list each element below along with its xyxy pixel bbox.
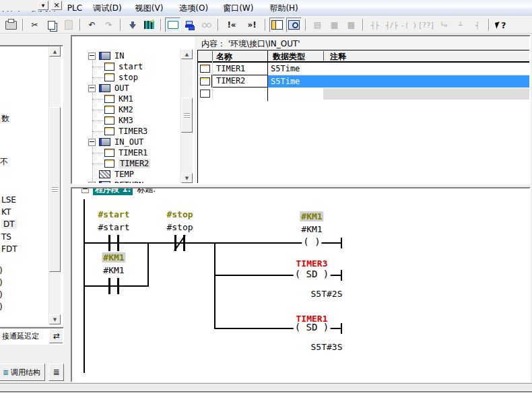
insert-block-button[interactable]: ▦ (327, 18, 342, 32)
menu-debug[interactable]: 调试(D) (88, 1, 127, 16)
overview-list-button[interactable]: ≣ (48, 363, 64, 381)
tree-node-return[interactable]: RETURN (88, 180, 143, 184)
call-structure-button[interactable]: ≣ 调用结构 (0, 363, 45, 381)
goto-next-error-button[interactable]: »! (242, 18, 261, 32)
coil-timer1-sd[interactable]: ( SD ) (294, 322, 331, 333)
catalog-item-fragment[interactable]: 不 (0, 156, 8, 168)
connections-button[interactable] (182, 18, 197, 32)
coil-timer3-sd[interactable]: ( SD ) (294, 269, 331, 279)
column-header-datatype[interactable]: 数据类型 (273, 51, 305, 63)
collapse-icon[interactable] (88, 85, 96, 92)
cut-button[interactable]: ✂ (27, 18, 42, 32)
tree-leaf-start[interactable]: start (104, 61, 143, 72)
insert-coil-button[interactable]: -( ) (401, 18, 417, 32)
contact-start-no[interactable] (117, 235, 119, 251)
paste-button[interactable] (61, 18, 76, 32)
new-network-button[interactable]: ▤ (310, 18, 325, 32)
menu-window[interactable]: 窗口(W) (218, 1, 259, 16)
insert-empty-box-button[interactable]: [??] (418, 18, 434, 32)
insert-connector-button[interactable]: ┤ (469, 18, 485, 32)
declaration-pane: IN start stop OUT KM1 (71, 35, 531, 184)
tree-leaf-timer1[interactable]: TIMER1 (104, 147, 147, 158)
column-header-name[interactable]: 名称 (216, 51, 232, 63)
insert-template-button[interactable]: ▩ (343, 18, 359, 32)
open-branch-button[interactable]: └» (436, 18, 451, 32)
close-branch-button[interactable]: ┴ (453, 18, 468, 32)
monitor-status-button[interactable] (141, 18, 157, 32)
insert-contact-no-button[interactable]: ┤├ (367, 18, 383, 32)
catalog-item-s-pext[interactable]: KT (1, 207, 11, 217)
catalog-dropdown-button[interactable]: ▾ (38, 1, 48, 10)
catalog-scrollbar[interactable]: ▲ ▼ (48, 46, 61, 324)
contact-km1-no[interactable] (117, 278, 119, 294)
scrollbar-thumb[interactable] (181, 98, 193, 133)
tree-node-in-out[interactable]: IN_OUT (88, 137, 143, 147)
comment-toggle-button[interactable] (165, 18, 180, 32)
catalog-item-s-pulse[interactable]: LSE (1, 195, 16, 205)
download-button[interactable] (125, 18, 140, 32)
description-toggle-button[interactable]: ⇄ (49, 328, 64, 343)
tree-leaf-km1[interactable]: KM1 (104, 94, 133, 104)
scroll-down-arrow[interactable]: ▼ (49, 314, 61, 324)
tree-node-out[interactable]: OUT (88, 83, 129, 94)
cell-name[interactable]: TIMER1 (216, 64, 245, 73)
tree-leaf-km3[interactable]: KM3 (104, 115, 133, 126)
menu-help[interactable]: 帮助(H) (264, 1, 303, 16)
coil-km1[interactable]: ( ) (302, 236, 321, 247)
tree-leaf-km2[interactable]: KM2 (104, 104, 133, 115)
catalog-item-coil-fragment[interactable]: ) (0, 290, 3, 300)
cell-datatype[interactable]: S5Time (271, 77, 300, 86)
undo-button[interactable]: ↶ (84, 18, 100, 32)
scrollbar-thumb[interactable] (49, 107, 61, 272)
context-help-button[interactable]: ? (493, 18, 508, 32)
download-icon (129, 24, 136, 29)
contact-start-no[interactable] (108, 235, 110, 251)
tree-node-in[interactable]: IN (88, 50, 124, 61)
tree-line (92, 164, 103, 164)
row-icon (200, 90, 210, 98)
table-row-timer2-selected[interactable]: TIMER2 S5Time (198, 75, 530, 88)
catalog-item-coil-fragment[interactable]: ) (0, 278, 3, 287)
list-icon: ≣ (53, 368, 59, 377)
collapse-icon[interactable] (88, 53, 96, 60)
cell-name[interactable]: TIMER2 (216, 76, 245, 85)
table-row-timer1[interactable]: TIMER1 S5Time (198, 63, 530, 75)
contact-km1-no[interactable] (108, 278, 110, 294)
name-edit-cell[interactable]: TIMER2 (211, 75, 268, 88)
menu-view[interactable]: 视图(V) (130, 1, 169, 16)
tree-leaf-timer3[interactable]: TIMER3 (104, 126, 147, 137)
scroll-up-arrow[interactable]: ▲ (49, 46, 61, 57)
tree-leaf-stop[interactable]: stop (104, 72, 138, 83)
network-title-label[interactable]: 标题: (137, 187, 156, 195)
tree-scrollbar[interactable]: ▲ ▼ (180, 49, 193, 183)
catalog-item-s-odt[interactable]: DT (1, 219, 17, 229)
scroll-up-arrow[interactable]: ▲ (181, 49, 193, 59)
catalog-item-s-offdt[interactable]: FDT (1, 244, 17, 254)
detail-view-toggle[interactable] (286, 18, 302, 32)
copy-button[interactable] (44, 18, 59, 32)
comment-cell-gray[interactable] (323, 88, 530, 100)
catalog-item-coil-fragment[interactable]: ) (0, 302, 3, 312)
menu-plc[interactable]: PLC (62, 1, 88, 15)
collapse-icon[interactable] (88, 139, 96, 146)
catalog-item-coil-fragment[interactable]: ) (0, 266, 3, 275)
scroll-down-arrow[interactable]: ▼ (181, 173, 193, 183)
network-collapse-icon[interactable] (81, 187, 89, 193)
tree-node-temp[interactable]: TEMP (99, 169, 134, 180)
column-header-comment[interactable]: 注释 (330, 51, 346, 63)
redo-button[interactable]: ↷ (101, 18, 117, 32)
tree-leaf-timer2-selected[interactable]: TIMER2 (104, 158, 150, 169)
network-number-label[interactable]: 程序段 1: (93, 187, 133, 195)
monitor-onoff-button[interactable] (199, 18, 214, 32)
goto-prev-error-button[interactable]: !« (222, 18, 241, 32)
print-button[interactable] (3, 18, 19, 32)
insert-contact-nc-button[interactable]: ┤/├ (384, 18, 399, 32)
catalog-close-button[interactable]: × (51, 1, 62, 10)
table-row-empty[interactable] (198, 88, 530, 100)
catalog-view-toggle[interactable] (269, 18, 285, 32)
cell-datatype[interactable]: S5Time (271, 64, 300, 73)
menu-options[interactable]: 选项(O) (174, 1, 213, 16)
catalog-item-s-odts[interactable]: TS (1, 232, 11, 242)
catalog-item-fragment[interactable]: 数 (1, 113, 9, 125)
coil-timer3-symbol: TIMER3 (296, 258, 328, 269)
